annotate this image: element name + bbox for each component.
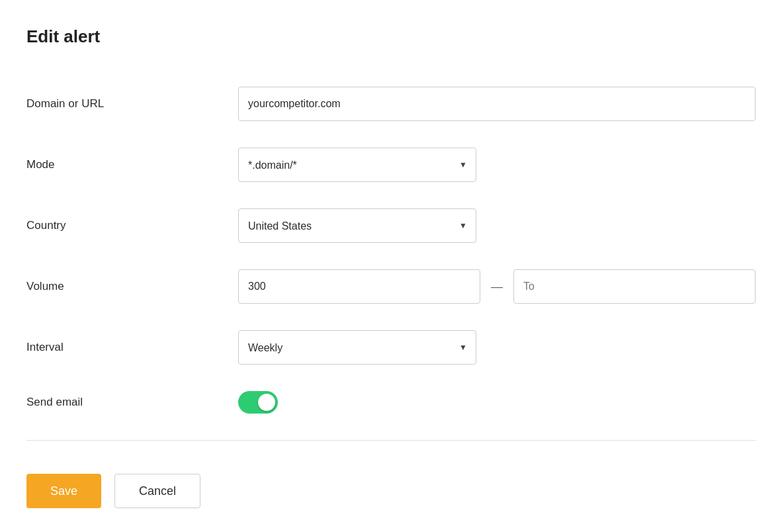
interval-field-wrapper: Weekly Daily Monthly ▼ — [238, 330, 756, 365]
volume-to-input[interactable] — [513, 269, 756, 304]
interval-label: Interval — [26, 341, 238, 354]
volume-range-group: — — [238, 269, 756, 304]
country-label: Country — [26, 219, 238, 232]
mode-field-wrapper: *.domain/* domain/* exact URL ▼ — [238, 148, 756, 182]
interval-select[interactable]: Weekly Daily Monthly — [238, 330, 476, 365]
footer-divider — [26, 440, 756, 441]
mode-select-wrapper: *.domain/* domain/* exact URL ▼ — [238, 148, 476, 182]
send-email-toggle[interactable] — [238, 391, 278, 414]
domain-label: Domain or URL — [26, 97, 238, 111]
interval-select-wrapper: Weekly Daily Monthly ▼ — [238, 330, 476, 365]
domain-input[interactable] — [238, 87, 756, 121]
country-select-wrapper: United States United Kingdom Canada Aust… — [238, 208, 476, 243]
cancel-button[interactable]: Cancel — [114, 474, 200, 508]
edit-alert-form: Domain or URL Mode *.domain/* domain/* e… — [26, 73, 756, 427]
send-email-toggle-wrapper — [238, 391, 756, 414]
volume-from-input[interactable] — [238, 269, 480, 304]
page-title: Edit alert — [26, 26, 756, 47]
volume-row: Volume — — [26, 256, 756, 317]
domain-field-wrapper — [238, 87, 756, 121]
volume-separator: — — [491, 280, 503, 294]
send-email-field-wrapper — [238, 391, 756, 414]
domain-row: Domain or URL — [26, 73, 756, 134]
send-email-label: Send email — [26, 396, 238, 409]
volume-field-wrapper: — — [238, 269, 756, 304]
toggle-thumb — [258, 394, 275, 411]
mode-select[interactable]: *.domain/* domain/* exact URL — [238, 148, 476, 182]
mode-label: Mode — [26, 158, 238, 171]
volume-label: Volume — [26, 280, 238, 293]
country-row: Country United States United Kingdom Can… — [26, 195, 756, 256]
save-button[interactable]: Save — [26, 474, 101, 508]
country-field-wrapper: United States United Kingdom Canada Aust… — [238, 208, 756, 243]
interval-row: Interval Weekly Daily Monthly ▼ — [26, 317, 756, 378]
mode-row: Mode *.domain/* domain/* exact URL ▼ — [26, 134, 756, 195]
send-email-row: Send email — [26, 378, 756, 427]
footer-actions: Save Cancel — [26, 454, 756, 532]
country-select[interactable]: United States United Kingdom Canada Aust… — [238, 208, 476, 243]
